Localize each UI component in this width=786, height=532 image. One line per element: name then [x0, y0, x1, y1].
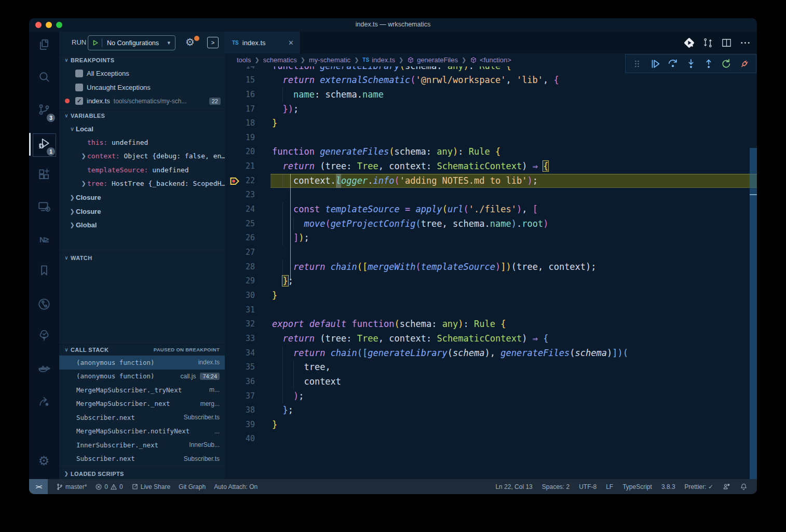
- bookmarks-icon[interactable]: [29, 259, 59, 284]
- call-stack-frame[interactable]: MergeMapSubscriber._tryNextm...: [59, 383, 225, 397]
- launch-config-dropdown[interactable]: No Configurations▾: [88, 35, 175, 50]
- call-stack-section-header[interactable]: ∨CALL STACKPAUSED ON BREAKPOINT: [59, 344, 225, 354]
- breakpoint-row[interactable]: ✓index.tstools/schematics/my-sch...22: [59, 94, 225, 108]
- language-mode[interactable]: TypeScript: [622, 483, 652, 490]
- todo-tree-icon[interactable]: [29, 324, 59, 349]
- code-line[interactable]: 17 });: [225, 102, 757, 117]
- git-graph[interactable]: Git Graph: [179, 483, 206, 490]
- run-or-debug-icon[interactable]: [682, 36, 696, 49]
- code-line[interactable]: 21 return (tree: Tree, context: Schemati…: [225, 159, 757, 174]
- code-line[interactable]: 30}: [225, 289, 757, 303]
- loaded-scripts-section-header[interactable]: ❯LOADED SCRIPTS: [59, 468, 225, 479]
- code-line[interactable]: 33 return (tree: Tree, context: Schemati…: [225, 332, 757, 346]
- breadcrumb-item[interactable]: generateFiles: [407, 56, 458, 64]
- extensions-icon[interactable]: [29, 163, 59, 188]
- cursor-position[interactable]: Ln 22, Col 13: [495, 483, 532, 490]
- continue-button[interactable]: [649, 58, 661, 70]
- code-viewport[interactable]: 14function generateLibrary(schema: any):…: [225, 66, 757, 479]
- search-icon[interactable]: [29, 65, 59, 90]
- variable-row[interactable]: this: undefined: [59, 135, 225, 149]
- nx-console-icon[interactable]: N≥: [29, 227, 59, 252]
- breadcrumb-item[interactable]: TSindex.ts: [362, 56, 395, 64]
- split-editor-icon[interactable]: [720, 36, 733, 49]
- code-line[interactable]: 35 tree,: [225, 360, 757, 375]
- breakpoint-row[interactable]: All Exceptions: [59, 66, 225, 80]
- remote-explorer-icon[interactable]: [29, 195, 59, 220]
- docker-icon[interactable]: [29, 357, 59, 382]
- code-line[interactable]: 37 );: [225, 389, 757, 404]
- feedback-smiley[interactable]: [723, 483, 730, 490]
- code-line[interactable]: 22 context.logger.info('adding NOTES.md …: [225, 174, 757, 188]
- expand-chevron-icon[interactable]: ❯: [69, 194, 76, 201]
- code-line[interactable]: 18}: [225, 116, 757, 131]
- step-out-button[interactable]: [702, 58, 715, 70]
- code-line[interactable]: 26 ]);: [225, 231, 757, 245]
- start-debug-icon[interactable]: [88, 38, 102, 47]
- variable-scope-row[interactable]: ∨Local: [59, 122, 225, 135]
- tab-index-ts[interactable]: TS index.ts ✕: [225, 32, 301, 53]
- code-line[interactable]: 38 };: [225, 403, 757, 418]
- breadcrumb-item[interactable]: schematics: [263, 56, 297, 64]
- call-stack-frame[interactable]: Subscriber.nextSubscriber.ts: [59, 411, 225, 425]
- variable-scope-row[interactable]: ❯Global: [59, 218, 225, 231]
- expand-chevron-icon[interactable]: ❯: [69, 222, 76, 228]
- breakpoint-checkbox[interactable]: [75, 70, 83, 77]
- variable-row[interactable]: templateSource: undefined: [59, 163, 225, 176]
- step-over-button[interactable]: [667, 58, 679, 70]
- code-line[interactable]: 16 name: schema.name: [225, 88, 757, 102]
- code-line[interactable]: 27: [225, 245, 757, 260]
- expand-chevron-icon[interactable]: ❯: [80, 153, 87, 159]
- source-control-icon[interactable]: 3: [29, 98, 59, 123]
- call-stack-frame[interactable]: MergeMapSubscriber.notifyNext...: [59, 425, 225, 439]
- code-line[interactable]: 39}: [225, 418, 757, 432]
- explorer-icon[interactable]: [29, 33, 59, 58]
- code-line[interactable]: 20function generateFiles(schema: any): R…: [225, 145, 757, 159]
- live-share[interactable]: Live Share: [131, 483, 170, 490]
- git-graph-icon[interactable]: [29, 293, 59, 318]
- code-line[interactable]: 19: [225, 131, 757, 145]
- remote-indicator[interactable]: ><: [29, 479, 48, 494]
- code-line[interactable]: 28 return chain([mergeWith(templateSourc…: [225, 260, 757, 275]
- variable-scope-row[interactable]: ❯Closure: [59, 204, 225, 218]
- tab-close-icon[interactable]: ✕: [288, 39, 294, 47]
- manage-gear-icon[interactable]: ⚙: [29, 448, 59, 473]
- variable-row[interactable]: ❯tree: HostTree {_backend: ScopedH…: [59, 176, 225, 190]
- breakpoints-section-header[interactable]: ∨BREAKPOINTS: [59, 54, 225, 65]
- watch-section-header[interactable]: ∨WATCH: [59, 252, 225, 263]
- code-line[interactable]: 29 };: [225, 274, 757, 289]
- run-and-debug-icon[interactable]: 1: [29, 132, 59, 157]
- configure-gear-icon[interactable]: ⚙: [185, 36, 195, 48]
- variable-scope-row[interactable]: ❯Closure: [59, 190, 225, 204]
- call-stack-frame[interactable]: InnerSubscriber._nextInnerSub...: [59, 438, 225, 452]
- code-line[interactable]: 24 const templateSource = apply(url('./f…: [225, 202, 757, 217]
- expand-chevron-icon[interactable]: ❯: [69, 208, 76, 215]
- code-line[interactable]: 36 context: [225, 375, 757, 389]
- breadcrumb-item[interactable]: my-schematic: [309, 56, 350, 64]
- code-line[interactable]: 25 move(getProjectConfig(tree, schema.na…: [225, 217, 757, 231]
- expand-chevron-icon[interactable]: ❯: [80, 180, 87, 187]
- encoding[interactable]: UTF-8: [579, 483, 597, 490]
- call-stack-frame[interactable]: MergeMapSubscriber._nextmerg...: [59, 397, 225, 411]
- debug-console-icon[interactable]: >: [207, 37, 219, 48]
- breadcrumb-item[interactable]: <function>: [470, 56, 511, 64]
- variable-row[interactable]: ❯context: Object {debug: false, en…: [59, 149, 225, 162]
- code-line[interactable]: 40: [225, 432, 757, 446]
- call-stack-frame[interactable]: (anonymous function)index.ts: [59, 356, 225, 370]
- compare-changes-icon[interactable]: [701, 36, 714, 49]
- code-line[interactable]: 32export default function(schema: any): …: [225, 317, 757, 332]
- breakpoint-checkbox[interactable]: ✓: [75, 97, 83, 105]
- notifications-bell[interactable]: [740, 483, 748, 490]
- overview-ruler[interactable]: [750, 66, 757, 479]
- restart-button[interactable]: [720, 58, 733, 70]
- typescript-version[interactable]: 3.8.3: [661, 483, 675, 490]
- step-into-button[interactable]: [685, 58, 697, 70]
- code-line[interactable]: 31: [225, 303, 757, 318]
- breakpoint-checkbox[interactable]: [75, 84, 83, 91]
- more-actions-icon[interactable]: [738, 36, 752, 49]
- scrollbar-thumb[interactable]: [750, 148, 757, 480]
- indentation[interactable]: Spaces: 2: [542, 483, 570, 490]
- breadcrumb-item[interactable]: tools: [237, 56, 251, 64]
- code-line[interactable]: 34 return chain([generateLibrary(schema)…: [225, 346, 757, 361]
- eol[interactable]: LF: [606, 483, 613, 490]
- code-line[interactable]: 15 return externalSchematic('@nrwl/works…: [225, 73, 757, 88]
